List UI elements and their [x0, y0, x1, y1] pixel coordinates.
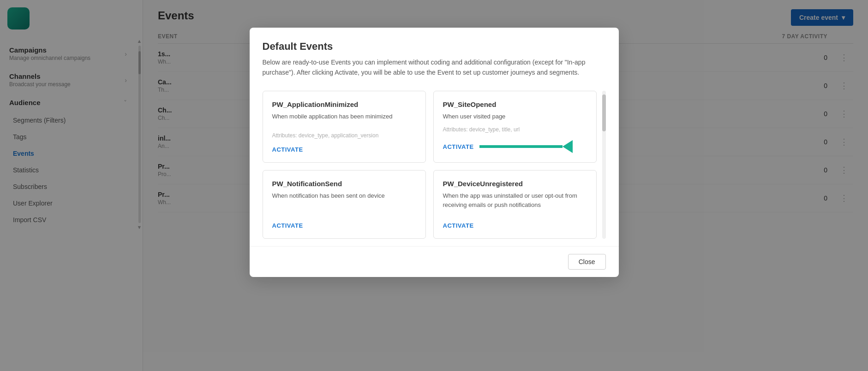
modal-events-grid: PW_ApplicationMinimized When mobile appl…	[263, 91, 600, 239]
activate-button-pw-notification-send[interactable]: ACTIVATE	[272, 222, 416, 229]
event-card-pw-notification-send: PW_NotificationSend When notification ha…	[263, 170, 426, 239]
close-modal-button[interactable]: Close	[568, 254, 606, 270]
arrow-shaft	[479, 145, 563, 148]
event-card-desc: When mobile application has been minimiz…	[272, 112, 416, 127]
modal-scrollbar-thumb[interactable]	[602, 94, 606, 131]
event-card-desc: When user visited page	[443, 112, 587, 121]
event-card-pw-app-minimized: PW_ApplicationMinimized When mobile appl…	[263, 91, 426, 163]
modal-footer: Close	[250, 246, 619, 277]
activate-button-pw-device-unregistered[interactable]: ACTIVATE	[443, 222, 587, 229]
event-card-attrs: Attributes: device_type, application_ver…	[272, 132, 416, 139]
modal-scrollbar[interactable]	[602, 91, 606, 239]
modal-title: Default Events	[263, 41, 606, 53]
arrow-head-icon	[563, 140, 573, 153]
activate-button-pw-site-opened[interactable]: ACTIVATE	[443, 143, 474, 150]
event-card-title: PW_SiteOpened	[443, 100, 587, 108]
activate-button-pw-app-minimized[interactable]: ACTIVATE	[272, 146, 416, 153]
modal-body: PW_ApplicationMinimized When mobile appl…	[250, 83, 619, 247]
modal-description: Below are ready-to-use Events you can im…	[263, 57, 606, 78]
event-card-title: PW_ApplicationMinimized	[272, 100, 416, 108]
arrow-annotation: ACTIVATE	[443, 140, 587, 153]
modal-header: Default Events Below are ready-to-use Ev…	[250, 28, 619, 83]
event-card-pw-device-unregistered: PW_DeviceUnregistered When the app was u…	[433, 170, 597, 239]
modal-overlay[interactable]: Default Events Below are ready-to-use Ev…	[0, 0, 868, 371]
event-card-pw-site-opened: PW_SiteOpened When user visited page Att…	[433, 91, 597, 163]
default-events-modal: Default Events Below are ready-to-use Ev…	[250, 28, 619, 277]
event-card-title: PW_DeviceUnregistered	[443, 180, 587, 188]
event-card-desc: When the app was uninstalled or user opt…	[443, 191, 587, 209]
event-card-title: PW_NotificationSend	[272, 180, 416, 188]
event-card-attrs: Attributes: device_type, title, url	[443, 126, 587, 133]
event-card-desc: When notification has been sent on devic…	[272, 191, 416, 209]
